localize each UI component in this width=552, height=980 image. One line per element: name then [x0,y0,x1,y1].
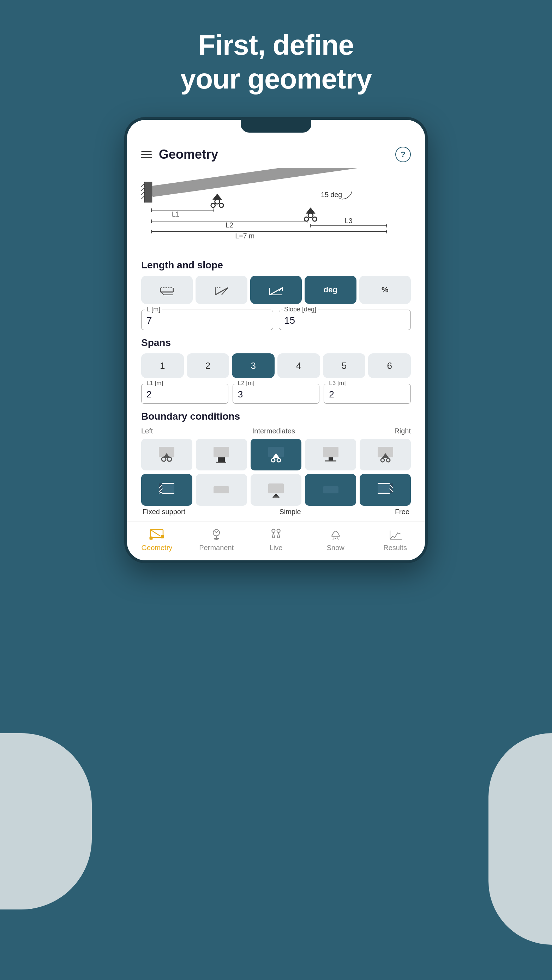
bc-fixed-support-button[interactable] [141,474,192,506]
phone-notch [241,120,311,133]
bc-right-fixed-button[interactable] [360,474,411,506]
flat-roof-button[interactable] [141,276,193,304]
l1-label: L1 [m] [145,380,164,387]
spans-title: Spans [141,337,411,348]
live-nav-label: Live [270,544,283,552]
svg-rect-84 [161,535,164,538]
slope-value[interactable]: 15 [284,315,405,326]
svg-point-53 [271,458,275,462]
boundary-row2 [141,474,411,506]
bc-fixed-button[interactable] [196,439,247,471]
permanent-nav-label: Permanent [199,544,234,552]
geometry-nav-label: Geometry [141,544,172,552]
svg-text:L2: L2 [225,221,233,229]
slope-label: Slope [deg] [283,306,317,313]
spans-section: Spans 1 2 3 4 5 6 L1 [m] 2 L2 [m] 3 [141,337,411,404]
svg-line-42 [270,288,282,295]
svg-point-10 [219,203,223,207]
nav-snow[interactable]: Snow [306,528,365,552]
svg-point-103 [332,539,333,539]
length-value[interactable]: 7 [147,315,268,326]
permanent-nav-icon [209,528,224,542]
snow-nav-icon [328,528,343,542]
hero-text: First, define your geometry [180,0,372,117]
svg-rect-71 [268,484,284,493]
length-slope-inputs: L [m] 7 Slope [deg] 15 [141,310,411,330]
slope-input-group: Slope [deg] 15 [279,310,411,330]
slope-type-toggles: deg % [141,276,411,304]
geometry-nav-icon [149,528,164,542]
boundary-conditions-section: Boundary conditions Left Intermediates R… [141,411,411,516]
geometry-diagram: 15 deg L1 L2 L=7 m [141,168,411,253]
svg-point-104 [338,539,338,539]
nav-results[interactable]: Results [365,528,425,552]
svg-line-4 [141,187,145,191]
nav-permanent[interactable]: Permanent [187,528,246,552]
l3-label: L3 [m] [327,380,347,387]
bc-slider-button[interactable] [305,474,356,506]
results-nav-icon [388,528,403,542]
bc-free-end-button[interactable] [196,474,247,506]
free-label: Free [395,508,409,516]
bc-intermediate-active-button[interactable] [250,439,302,471]
span-1-button[interactable]: 1 [141,353,184,378]
bc-simple-intermediate-button[interactable] [250,474,302,506]
svg-text:L=7 m: L=7 m [235,232,254,240]
results-nav-label: Results [383,544,407,552]
svg-point-12 [308,213,313,218]
l1-value[interactable]: 2 [147,389,223,400]
svg-rect-83 [150,537,153,539]
hero-line2: your geometry [180,62,372,96]
boundary-header-labels: Left Intermediates Right [141,427,411,435]
app-header: Geometry ? [141,140,411,168]
help-button[interactable]: ? [395,147,411,162]
span-6-button[interactable]: 6 [368,353,411,378]
span-3-button[interactable]: 3 [232,353,274,378]
length-slope-title: Length and slope [141,259,411,271]
intermediates-label: Intermediates [252,427,295,435]
svg-point-61 [386,458,390,462]
deg-button[interactable]: deg [305,276,356,304]
bc-pin-button[interactable] [141,439,192,471]
svg-point-54 [277,458,281,462]
svg-line-82 [150,530,160,536]
svg-rect-70 [214,486,229,493]
live-nav-icon [268,528,284,542]
svg-rect-49 [214,447,229,457]
svg-rect-56 [323,447,338,457]
span-4-button[interactable]: 4 [278,353,320,378]
l2-label: L2 [m] [236,380,256,387]
l3-value[interactable]: 2 [329,389,405,400]
nav-geometry[interactable]: Geometry [127,528,187,552]
svg-point-9 [211,203,215,207]
svg-rect-0 [151,168,385,197]
svg-line-5 [141,191,145,195]
svg-line-86 [215,531,216,533]
l1-input-group: L1 [m] 2 [141,384,228,404]
header-left: Geometry [141,147,218,162]
bc-right-roller-button[interactable] [360,439,411,471]
svg-line-6 [141,196,145,199]
l2-value[interactable]: 3 [238,389,314,400]
span-2-button[interactable]: 2 [187,353,230,378]
spans-toggle-row: 1 2 3 4 5 6 [141,353,411,378]
boundary-row2-labels: Fixed support Simple Free [141,508,411,516]
slope-active-button[interactable] [250,276,302,304]
bottom-navigation: Geometry Permanent [127,522,425,560]
span-5-button[interactable]: 5 [323,353,365,378]
length-label: L [m] [145,306,162,313]
svg-rect-74 [323,486,338,493]
length-input-group: L [m] 7 [141,310,273,330]
snow-nav-label: Snow [327,544,345,552]
svg-point-60 [381,458,384,462]
slope-right-button[interactable] [196,276,247,304]
bc-right-pin-button[interactable] [305,439,356,471]
svg-point-14 [313,217,317,221]
boundary-row1 [141,439,411,471]
percent-button[interactable]: % [359,276,411,304]
svg-line-96 [278,533,279,538]
svg-rect-73 [274,496,278,498]
svg-point-101 [335,538,336,539]
nav-live[interactable]: Live [246,528,306,552]
menu-button[interactable] [141,151,152,158]
